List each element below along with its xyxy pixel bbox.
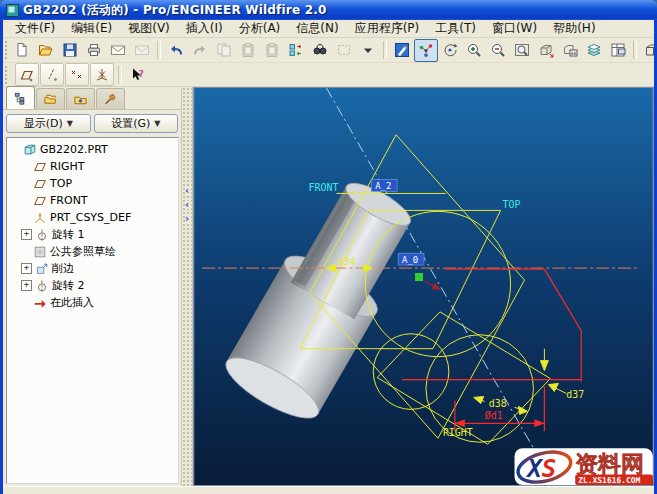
tree-item-旋转 1[interactable]: +旋转 1 xyxy=(7,226,178,243)
tree-item-FRONT[interactable]: FRONT xyxy=(7,192,178,209)
chevron-down-icon: ▼ xyxy=(67,119,73,128)
tstar-icon xyxy=(73,92,88,107)
toolbar-separator xyxy=(633,41,637,59)
tree-item-TOP[interactable]: TOP xyxy=(7,175,178,192)
zoom-out-button[interactable] xyxy=(486,39,510,62)
tree-item-公共参照草绘[interactable]: 公共参照草绘 xyxy=(7,243,178,260)
axis-tag-a0[interactable]: A_0 xyxy=(398,253,424,265)
mail-alt-button xyxy=(130,39,154,62)
regenerate-button[interactable] xyxy=(284,39,308,62)
part-icon xyxy=(23,143,37,157)
splitter-arrow-icon[interactable]: ‹ xyxy=(185,187,189,195)
expander-icon[interactable]: + xyxy=(21,229,32,240)
send-mail-button[interactable] xyxy=(106,39,130,62)
svg-text:XS: XS xyxy=(525,455,556,483)
menu-item-9[interactable]: 帮助(H) xyxy=(545,20,603,38)
toolbar-separator xyxy=(157,41,161,59)
tree-item-在此插入[interactable]: 在此插入 xyxy=(7,294,178,311)
layers-button[interactable] xyxy=(582,39,606,62)
spin-center-toggle[interactable] xyxy=(414,39,438,62)
drag-handle-green[interactable] xyxy=(415,273,423,281)
datum-plane-button[interactable] xyxy=(15,63,39,86)
refit-icon xyxy=(514,42,530,58)
tab-favorites-tools[interactable] xyxy=(96,88,125,109)
dim-d34[interactable]: d34 xyxy=(337,256,355,267)
paste-icon xyxy=(264,42,280,58)
search-button[interactable] xyxy=(308,39,332,62)
menu-item-6[interactable]: 应用程序(P) xyxy=(347,20,428,38)
tree-item-旋转 2[interactable]: +旋转 2 xyxy=(7,277,178,294)
splitter-arrow-icon[interactable]: ‹ xyxy=(185,201,189,209)
tree-item-GB2202.PRT[interactable]: GB2202.PRT xyxy=(7,141,178,158)
tab-model-tree[interactable] xyxy=(6,86,35,109)
menu-item-5[interactable]: 信息(N) xyxy=(288,20,346,38)
dim-d37[interactable]: d37 xyxy=(566,389,584,400)
dpoint-icon xyxy=(69,67,85,83)
spin2-icon xyxy=(442,42,458,58)
menu-item-0[interactable]: 文件(F) xyxy=(7,20,63,38)
select-dropdown-caret[interactable] xyxy=(356,39,380,62)
saved-views-button[interactable]: AB xyxy=(558,39,582,62)
toolbar-gripper[interactable] xyxy=(5,66,12,84)
tree-item-RIGHT[interactable]: RIGHT xyxy=(7,158,178,175)
menu-item-8[interactable]: 窗口(W) xyxy=(484,20,545,38)
title-bar[interactable]: GB2202 (活动的) - Pro/ENGINEER Wildfire 2.0 xyxy=(0,0,657,20)
orient-mode-button[interactable] xyxy=(438,39,462,62)
watermark: XS 资料网 ZL.XS1616.COM xyxy=(515,447,653,485)
dim-d38[interactable]: d38 xyxy=(489,398,507,409)
datum-axis-button[interactable] xyxy=(40,63,64,86)
3d-view-canvas[interactable]: A_2 A_0 FRONT TOP RIGHT xyxy=(194,88,653,485)
refit-button[interactable] xyxy=(510,39,534,62)
front-plane-tag[interactable]: FRONT xyxy=(309,182,339,193)
right-plane-tag[interactable]: RIGHT xyxy=(443,427,473,438)
menu-item-3[interactable]: 插入(I) xyxy=(178,20,231,38)
layers-icon xyxy=(586,42,602,58)
expander-icon[interactable]: + xyxy=(21,280,32,291)
repaint-button[interactable] xyxy=(390,39,414,62)
tree-settings-button[interactable]: 设置(G)▼ xyxy=(94,114,179,133)
expander-icon[interactable]: + xyxy=(21,263,32,274)
zoom-in-button[interactable] xyxy=(462,39,486,62)
datum-toolbar: ? xyxy=(3,63,654,87)
graphics-viewport[interactable]: A_2 A_0 FRONT TOP RIGHT xyxy=(193,87,654,486)
menu-item-4[interactable]: 分析(A) xyxy=(231,20,289,38)
watermark-url: ZL.XS1616.COM xyxy=(578,476,640,485)
menu-item-7[interactable]: 工具(T) xyxy=(427,20,484,38)
splitter-arrow-icon[interactable]: › xyxy=(185,215,189,223)
view-manager-button[interactable] xyxy=(606,39,630,62)
tree-item-label: RIGHT xyxy=(50,160,84,173)
model-tree[interactable]: GB2202.PRTRIGHTTOPFRONTPRT_CSYS_DEF+旋转 1… xyxy=(6,137,179,484)
find-icon xyxy=(312,42,328,58)
tree-item-削边[interactable]: +削边 xyxy=(7,260,178,277)
menu-item-1[interactable]: 编辑(E) xyxy=(63,20,120,38)
wireframe-display-button[interactable] xyxy=(640,39,657,62)
redraw-icon xyxy=(394,42,410,58)
undo-button[interactable] xyxy=(164,39,188,62)
toolbar-gripper[interactable] xyxy=(5,41,7,59)
save-button[interactable] xyxy=(58,39,82,62)
datum-point-button[interactable] xyxy=(65,63,89,86)
zoomin-icon xyxy=(466,42,482,58)
panel-splitter[interactable]: ‹‹› xyxy=(181,87,193,486)
menu-item-2[interactable]: 视图(V) xyxy=(120,20,178,38)
tree-show-button[interactable]: 显示(D)▼ xyxy=(6,114,91,133)
tab-folder-browser[interactable] xyxy=(66,88,95,109)
orient-icon xyxy=(538,42,554,58)
tree-item-label: 旋转 1 xyxy=(52,227,85,242)
new-button[interactable] xyxy=(10,39,34,62)
dim-diameter-red[interactable]: Ød1 xyxy=(485,410,503,421)
top-plane-tag[interactable]: TOP xyxy=(503,199,521,210)
tab-layer-tree[interactable] xyxy=(36,88,65,109)
axis-tag-a2[interactable]: A_2 xyxy=(371,180,397,192)
reorient-view-button[interactable] xyxy=(534,39,558,62)
context-help-button[interactable]: ? xyxy=(125,63,149,86)
print-button[interactable] xyxy=(82,39,106,62)
csys-icon xyxy=(33,211,47,225)
tree-item-PRT_CSYS_DEF[interactable]: PRT_CSYS_DEF xyxy=(7,209,178,226)
undo-icon xyxy=(168,42,184,58)
selbox-icon xyxy=(336,42,352,58)
proe-app-icon xyxy=(6,4,19,17)
svg-text:A_0: A_0 xyxy=(402,255,418,265)
open-button[interactable] xyxy=(34,39,58,62)
datum-csys-button[interactable] xyxy=(90,63,114,86)
